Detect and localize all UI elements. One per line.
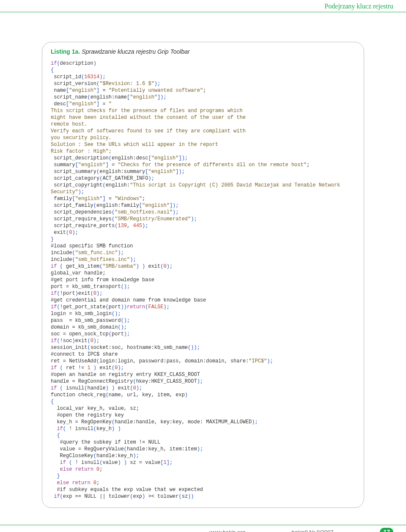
page-footer: www.hakin.org hakin9 Nr 8/2007 17 [0, 525, 406, 532]
listing-title: Listing 1a. Sprawdzanie klucza rejestru … [51, 48, 355, 55]
source-code: if(description) { script_id(16314); scri… [51, 60, 355, 500]
code-listing-box: Listing 1a. Sprawdzanie klucza rejestru … [42, 42, 364, 508]
header-title: Podejrzany klucz rejestru [324, 3, 393, 10]
footer-issue: hakin9 Nr 8/2007 [291, 529, 333, 532]
page-header: Podejrzany klucz rejestru [0, 0, 406, 12]
footer-page-number: 17 [380, 528, 393, 532]
listing-caption: Sprawdzanie klucza rejestru Grip Toolbar [82, 48, 190, 55]
footer-url: www.hakin.org [209, 529, 245, 532]
listing-label: Listing 1a. [51, 48, 80, 55]
page-body: Listing 1a. Sprawdzanie klucza rejestru … [0, 12, 406, 508]
